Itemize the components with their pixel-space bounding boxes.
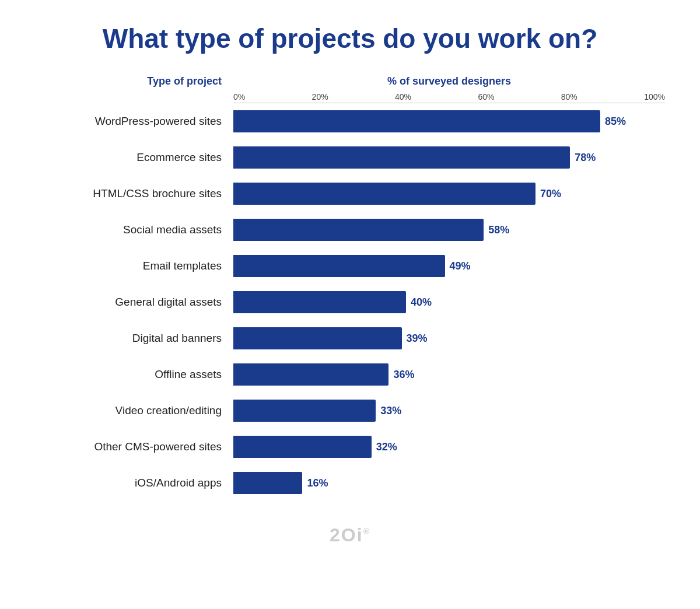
- row-label: Other CMS-powered sites: [35, 440, 233, 454]
- row-label: General digital assets: [35, 296, 233, 309]
- bar-area: 36%: [233, 363, 665, 386]
- row-label: Email templates: [35, 260, 233, 273]
- bar: [233, 291, 406, 313]
- bar: [233, 400, 376, 422]
- bar-area: 33%: [233, 400, 665, 422]
- bar: [233, 363, 388, 386]
- footer-logo: 2Oi®: [330, 524, 370, 546]
- bar-row: Social media assets58%: [35, 212, 665, 248]
- bar: [233, 327, 402, 349]
- bar-row: General digital assets40%: [35, 284, 665, 320]
- col-label-right: % of surveyed designers: [233, 75, 665, 88]
- row-label: HTML/CSS brochure sites: [35, 187, 233, 201]
- bar-area: 78%: [233, 146, 665, 169]
- bar-value: 36%: [393, 369, 414, 381]
- col-label-left: Type of project: [35, 75, 233, 88]
- axis-tick-0: 0%: [233, 92, 245, 102]
- bar-area: 39%: [233, 327, 665, 349]
- chart-container: Type of project % of surveyed designers …: [35, 75, 665, 502]
- bar: [233, 472, 302, 494]
- bar-value: 33%: [380, 405, 401, 417]
- axis-tick-100: 100%: [644, 92, 665, 102]
- bar: [233, 146, 570, 169]
- bar: [233, 436, 372, 458]
- bar-area: 70%: [233, 183, 665, 205]
- bar-value: 16%: [307, 477, 328, 489]
- bar-area: 49%: [233, 255, 665, 277]
- bar-row: Email templates49%: [35, 248, 665, 284]
- bar-value: 40%: [411, 296, 432, 309]
- bar: [233, 110, 600, 132]
- bar: [233, 219, 484, 241]
- bar-value: 49%: [450, 260, 471, 272]
- bar-value: 70%: [540, 188, 561, 200]
- column-headers: Type of project % of surveyed designers: [35, 75, 665, 88]
- bar-area: 58%: [233, 219, 665, 241]
- bar-value: 78%: [575, 152, 596, 164]
- axis-ticks-row: 0% 20% 40% 60% 80% 100%: [233, 92, 665, 102]
- bar-row: WordPress-powered sites85%: [35, 103, 665, 139]
- bar-row: Digital ad banners39%: [35, 320, 665, 356]
- bar-row: Offline assets36%: [35, 356, 665, 393]
- axis-tick-40: 40%: [395, 92, 411, 102]
- bar-rows: WordPress-powered sites85%Ecommerce site…: [35, 103, 665, 501]
- bar-area: 40%: [233, 291, 665, 313]
- row-label: iOS/Android apps: [35, 477, 233, 490]
- row-label: Offline assets: [35, 368, 233, 382]
- bar-area: 85%: [233, 110, 665, 132]
- bar-row: Video creation/editing33%: [35, 393, 665, 429]
- bar-row: iOS/Android apps16%: [35, 465, 665, 501]
- bar-value: 85%: [605, 116, 626, 128]
- bar-area: 32%: [233, 436, 665, 458]
- row-label: Social media assets: [35, 223, 233, 237]
- row-label: Video creation/editing: [35, 404, 233, 418]
- bar-value: 58%: [488, 224, 509, 236]
- bar-row: HTML/CSS brochure sites70%: [35, 176, 665, 212]
- row-label: Digital ad banners: [35, 332, 233, 345]
- bar-value: 32%: [376, 441, 397, 453]
- axis-tick-80: 80%: [561, 92, 578, 102]
- bar-area: 16%: [233, 472, 665, 494]
- bar-value: 39%: [407, 332, 428, 345]
- bar-row: Other CMS-powered sites32%: [35, 429, 665, 465]
- main-title: What type of projects do you work on?: [103, 23, 597, 54]
- row-label: Ecommerce sites: [35, 151, 233, 164]
- axis-tick-20: 20%: [312, 92, 328, 102]
- axis-tick-60: 60%: [478, 92, 494, 102]
- bar: [233, 183, 536, 205]
- bar-row: Ecommerce sites78%: [35, 139, 665, 176]
- bar: [233, 255, 445, 277]
- row-label: WordPress-powered sites: [35, 115, 233, 128]
